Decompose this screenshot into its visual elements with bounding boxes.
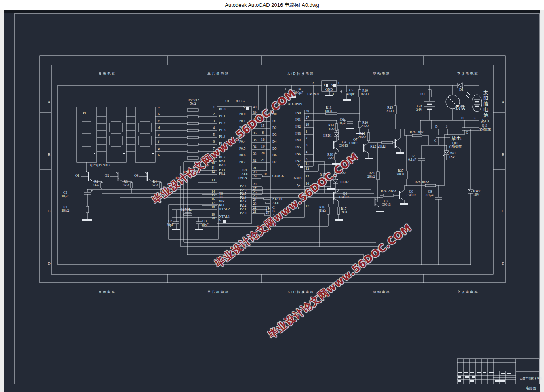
component-label: 5kΩ xyxy=(93,183,99,187)
zone-label-top-driver: 驱动电路 xyxy=(337,69,427,78)
component-label: 24V xyxy=(416,108,422,112)
component-label: 10μF xyxy=(338,122,346,125)
component-label: IN7 xyxy=(295,159,301,163)
component-label: START xyxy=(272,197,283,201)
component-label: LM7805 xyxy=(307,92,319,96)
drawing-canvas[interactable]: 显示电路 单片机电路 A/D转换电路 驱动电路 充放电电路 显示电路 单片机电路… xyxy=(4,13,540,392)
component-label: 2 xyxy=(312,82,314,85)
titleblock-school: 山西工程技术学院 xyxy=(519,372,543,385)
component-label: 0.1μF xyxy=(426,194,434,197)
component-label: 33 xyxy=(253,152,257,156)
component-label: 18 xyxy=(261,138,265,141)
component-label: 10kΩ xyxy=(61,209,69,213)
row-letter-C-right: C xyxy=(497,183,509,239)
component-label: IN6 xyxy=(295,152,301,156)
component-label: 30pF xyxy=(201,223,208,227)
component-label: G xyxy=(466,131,468,135)
component-label: GND xyxy=(325,88,333,91)
component-label: 1kΩ xyxy=(329,127,335,131)
row-letter-D-left: D xyxy=(43,239,55,288)
component-label: P2.5 xyxy=(240,192,246,196)
component-label: 5kΩ xyxy=(190,102,196,105)
component-label: D3 xyxy=(272,133,276,137)
component-label: 2 xyxy=(213,112,215,116)
component-label: Q10 xyxy=(452,141,458,145)
component-label: b xyxy=(158,112,160,116)
component-label: 12 xyxy=(211,170,215,173)
component-label: 89C52 xyxy=(236,99,245,103)
component-label: 35 xyxy=(253,138,257,142)
component-label: 20kΩ xyxy=(361,124,369,128)
component-label: 5kΩ xyxy=(123,183,129,187)
component-label: PSEN xyxy=(238,176,247,180)
component-label: P2.1 xyxy=(240,207,246,211)
component-label: 24 xyxy=(266,207,269,211)
component-label: D4 xyxy=(272,140,276,143)
component-label: d xyxy=(158,126,160,130)
component-label: 8 xyxy=(262,131,264,135)
component-label: 20kΩ xyxy=(386,110,394,113)
component-label: 5kΩ xyxy=(152,183,158,187)
component-label: P2.7 xyxy=(240,184,246,188)
component-label: IN0 xyxy=(295,111,301,115)
component-label: Q1~Q3:C9012 xyxy=(90,163,110,167)
component-label: 40 xyxy=(253,105,257,109)
component-label: D1 xyxy=(459,88,463,91)
component-label: g xyxy=(158,147,160,150)
zone-label-top-charge: 充放电电路 xyxy=(427,69,509,78)
component-label: e xyxy=(158,133,160,137)
component-label: EA xyxy=(242,168,247,172)
component-label: 2kΩ xyxy=(328,156,334,160)
component-label: C9013 xyxy=(339,144,348,148)
component-label: h xyxy=(158,154,160,157)
component-label: R28 300Ω xyxy=(415,180,429,184)
component-label: 24 xyxy=(253,198,257,202)
component-label: c xyxy=(158,119,160,123)
component-label: P1.3 xyxy=(219,128,225,132)
component-label: 18V xyxy=(473,193,479,196)
component-label: 2kΩ xyxy=(341,211,347,214)
component-label: 29 xyxy=(253,175,257,178)
component-label: 太阳能电池 xyxy=(483,90,489,118)
component-label: R26 3kΩ xyxy=(410,130,423,134)
component-label: 82kΩ xyxy=(361,93,369,96)
component-label: 15 xyxy=(211,194,215,197)
component-label: XTAL2 xyxy=(219,207,230,211)
component-label: 2 xyxy=(306,137,307,140)
zone-label-bottom-display: 显示电路 xyxy=(43,288,171,296)
component-label: T1 xyxy=(219,196,223,199)
component-label: 12 xyxy=(306,167,309,171)
window-titlebar[interactable]: Autodesk AutoCAD 2016 电路图 A0.dwg xyxy=(0,0,544,10)
component-label: R22 20kΩ xyxy=(370,145,386,148)
component-label: D xyxy=(435,125,437,129)
component-label: 34 xyxy=(253,145,257,149)
component-label: 10 xyxy=(263,172,267,176)
component-label: V- xyxy=(297,184,300,188)
component-label: P2.0 xyxy=(240,211,246,215)
component-label: S xyxy=(446,125,447,129)
component-label: 20kΩ xyxy=(358,135,366,139)
component-label: Q1 xyxy=(75,174,79,177)
component-label: 470μF xyxy=(346,92,355,96)
component-label: 22 xyxy=(253,206,257,209)
component-label: 12MHz xyxy=(181,208,192,211)
component-label: 26 xyxy=(306,109,309,113)
zone-label-top-mcu: 单片机电路 xyxy=(171,69,266,78)
component-label: f xyxy=(158,140,159,143)
component-label: 20 xyxy=(261,152,265,155)
component-label: D1 xyxy=(272,119,276,123)
component-label: RD xyxy=(219,203,224,207)
window-title: Autodesk AutoCAD 2016 电路图 A0.dwg xyxy=(225,2,319,9)
row-letter-B-right: B xyxy=(497,126,509,183)
component-label: 28 xyxy=(253,183,257,186)
component-label: C9013 xyxy=(339,196,349,199)
component-label: IN1 xyxy=(295,118,301,122)
component-label: D7 xyxy=(272,160,276,164)
component-label: 20kΩ xyxy=(367,175,375,179)
component-label: Q11 xyxy=(482,124,487,128)
component-label: D xyxy=(461,116,463,120)
component-label: CLOCK xyxy=(272,174,284,178)
component-label: 4 xyxy=(306,150,307,154)
component-label: V xyxy=(331,83,333,87)
row-letter-A-left: A xyxy=(43,78,55,126)
